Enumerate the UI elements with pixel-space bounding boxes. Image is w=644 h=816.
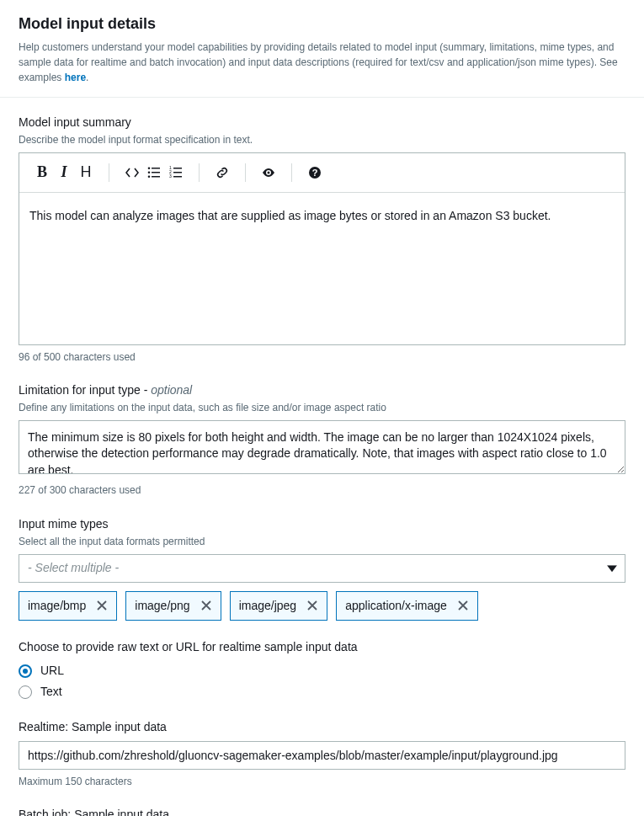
radio-url[interactable]: URL — [19, 663, 625, 680]
link-button[interactable] — [211, 162, 233, 184]
tag-label: application/x-image — [345, 598, 447, 615]
svg-rect-0 — [152, 168, 160, 169]
mime-tag-jpeg: image/jpeg — [230, 591, 328, 621]
page-description: Help customers understand your model cap… — [19, 40, 625, 85]
examples-link[interactable]: here — [65, 72, 86, 83]
svg-text:3: 3 — [169, 173, 172, 179]
field-realtime-sample: Realtime: Sample input data Maximum 150 … — [19, 719, 625, 788]
radio-label-url: URL — [40, 663, 64, 680]
limitation-optional-tag: optional — [151, 383, 192, 397]
realtime-hint: Maximum 150 characters — [19, 775, 625, 789]
header: Model input details Help customers under… — [0, 0, 644, 98]
close-icon[interactable] — [457, 600, 469, 611]
mime-tags: image/bmp image/png image/jpeg applicati… — [19, 591, 625, 621]
realtime-label: Realtime: Sample input data — [19, 719, 625, 736]
batch-label: Batch job: Sample input data — [19, 807, 625, 816]
field-limitation: Limitation for input type - optional Def… — [19, 382, 625, 498]
summary-sub: Describe the model input format specific… — [19, 133, 625, 147]
mime-select[interactable]: - Select multiple - — [19, 554, 625, 583]
field-model-input-summary: Model input summary Describe the model i… — [19, 115, 625, 364]
close-icon[interactable] — [96, 600, 108, 611]
svg-rect-7 — [173, 172, 182, 173]
svg-rect-6 — [173, 168, 182, 169]
mime-tag-png: image/png — [125, 591, 221, 621]
mime-placeholder: - Select multiple - — [28, 560, 119, 577]
ordered-list-button[interactable]: 123 — [165, 162, 187, 184]
mime-tag-x-image: application/x-image — [336, 591, 478, 621]
bold-button[interactable]: B — [31, 162, 53, 184]
limitation-label-text: Limitation for input type - — [19, 383, 151, 397]
page-desc-text: Help customers understand your model cap… — [19, 41, 618, 83]
radio-label-text: Text — [40, 684, 62, 701]
sample-choice-label: Choose to provide raw text or URL for re… — [19, 639, 625, 656]
svg-rect-1 — [152, 172, 160, 173]
svg-point-5 — [148, 175, 151, 178]
close-icon[interactable] — [200, 600, 212, 611]
tag-label: image/png — [135, 598, 189, 615]
radio-icon — [19, 685, 32, 699]
summary-counter: 96 of 500 characters used — [19, 350, 625, 365]
field-sample-choice: Choose to provide raw text or URL for re… — [19, 639, 625, 701]
summary-text[interactable]: This model can analyze images that are s… — [19, 193, 625, 344]
mime-sub: Select all the input data formats permit… — [19, 535, 625, 549]
svg-text:?: ? — [312, 168, 318, 178]
radio-text[interactable]: Text — [19, 684, 625, 701]
realtime-input[interactable] — [19, 741, 625, 770]
field-mime-types: Input mime types Select all the input da… — [19, 516, 625, 621]
mime-label: Input mime types — [19, 516, 625, 533]
close-icon[interactable] — [306, 600, 318, 611]
field-batch-sample: Batch job: Sample input data Provide URL… — [19, 807, 625, 816]
unordered-list-button[interactable] — [143, 162, 165, 184]
mime-tag-bmp: image/bmp — [19, 591, 117, 621]
limitation-sub: Define any limitations on the input data… — [19, 401, 625, 415]
tag-label: image/bmp — [28, 598, 86, 615]
limitation-textarea[interactable] — [19, 420, 625, 474]
italic-button[interactable]: I — [53, 162, 75, 184]
limitation-counter: 227 of 300 characters used — [19, 483, 625, 498]
svg-point-3 — [148, 167, 151, 169]
heading-button[interactable]: H — [75, 162, 97, 184]
limitation-label: Limitation for input type - optional — [19, 382, 625, 399]
svg-point-12 — [268, 171, 270, 173]
help-button[interactable]: ? — [304, 162, 326, 184]
svg-point-4 — [148, 171, 151, 173]
summary-editor: B I H 123 — [19, 152, 625, 345]
svg-rect-2 — [152, 176, 160, 178]
page-title: Model input details — [19, 13, 625, 35]
editor-toolbar: B I H 123 — [19, 153, 625, 193]
page-desc-end: . — [86, 72, 88, 83]
tag-label: image/jpeg — [239, 598, 297, 615]
radio-icon-selected — [19, 664, 32, 678]
svg-rect-8 — [173, 176, 182, 178]
summary-label: Model input summary — [19, 115, 625, 131]
code-button[interactable] — [121, 162, 143, 184]
preview-button[interactable] — [258, 162, 279, 184]
